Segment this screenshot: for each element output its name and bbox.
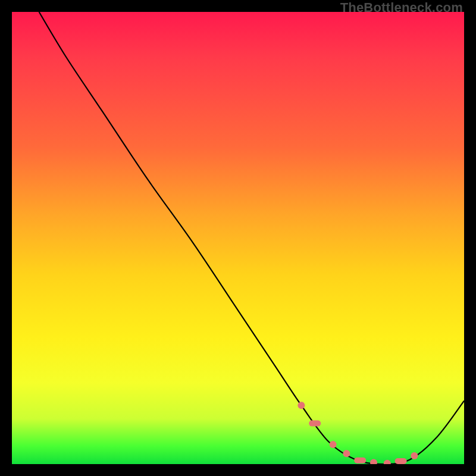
optimum-dot: [384, 460, 391, 464]
optimum-dot: [343, 450, 350, 457]
optimum-dot: [370, 459, 377, 464]
optimum-dot: [411, 452, 418, 459]
bottleneck-curve: [39, 12, 464, 464]
curve-svg: [12, 12, 464, 464]
chart-container: TheBottleneck.com: [0, 0, 476, 476]
optimum-pill: [395, 458, 407, 464]
optimum-pill: [309, 421, 321, 427]
optimum-dot: [330, 441, 337, 448]
plot-area: [12, 12, 464, 464]
optimum-dot: [298, 402, 305, 409]
optimum-pill: [354, 458, 366, 464]
optimum-markers: [298, 402, 418, 464]
